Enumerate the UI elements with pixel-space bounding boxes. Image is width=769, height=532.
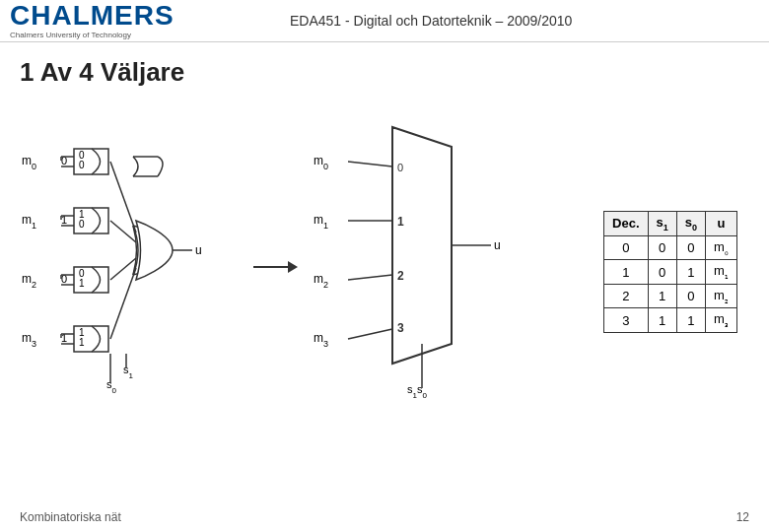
right-diagram: m0 0 m1 1 m2 2 m3 3 u s1s0 — [309, 107, 585, 427]
table-cell: 1 — [648, 284, 676, 308]
svg-text:2: 2 — [397, 269, 404, 283]
svg-text:1: 1 — [79, 278, 85, 289]
diagram-area: m0 0 m1 1 m2 0 m3 1 — [20, 107, 749, 427]
table-row: 210m₂ — [604, 284, 737, 308]
table-cell: 0 — [676, 235, 705, 260]
svg-text:0: 0 — [79, 160, 85, 170]
table-cell: m₃ — [706, 308, 737, 333]
svg-text:0: 0 — [79, 219, 85, 230]
main-content: 1 Av 4 Väljare m0 0 m1 1 m2 0 m3 1 — [0, 42, 769, 441]
table-cell: 0 — [604, 235, 648, 260]
svg-text:u: u — [195, 243, 202, 257]
table-cell: 1 — [604, 260, 648, 285]
svg-text:m1: m1 — [314, 213, 328, 231]
svg-text:0: 0 — [397, 162, 403, 173]
svg-text:s1: s1 — [123, 364, 134, 380]
svg-text:m0: m0 — [314, 154, 328, 171]
table-cell: m₂ — [706, 284, 737, 308]
col-dec: Dec. — [604, 212, 648, 236]
svg-text:1: 1 — [79, 337, 85, 348]
svg-text:1: 1 — [397, 215, 404, 229]
table-cell: 0 — [648, 235, 676, 260]
truth-table-container: Dec. s1 s0 u 000m₀101m₁210m₂311m₃ — [592, 201, 749, 333]
left-diagram: m0 0 m1 1 m2 0 m3 1 — [20, 107, 237, 427]
svg-line-26 — [110, 162, 136, 233]
table-cell: 1 — [648, 308, 676, 333]
col-u: u — [706, 212, 737, 236]
svg-line-48 — [348, 162, 392, 166]
svg-text:3: 3 — [397, 321, 404, 335]
footer: Kombinatoriska nät 12 — [20, 510, 749, 524]
svg-text:m0: m0 — [22, 154, 36, 171]
logo-text: CHALMERS — [10, 2, 280, 30]
table-cell: 1 — [676, 308, 705, 333]
svg-text:m2: m2 — [22, 272, 36, 290]
logo-sub: Chalmers University of Technology — [10, 32, 280, 39]
table-row: 101m₁ — [604, 260, 737, 285]
truth-table: Dec. s1 s0 u 000m₀101m₁210m₂311m₃ — [603, 211, 737, 333]
svg-text:m2: m2 — [314, 272, 328, 290]
table-cell: 3 — [604, 308, 648, 333]
svg-line-57 — [348, 329, 392, 339]
logo-area: CHALMERS Chalmers University of Technolo… — [10, 2, 280, 39]
svg-text:m3: m3 — [22, 331, 36, 349]
table-cell: 0 — [648, 260, 676, 285]
footer-left: Kombinatoriska nät — [20, 510, 121, 524]
page-heading: 1 Av 4 Väljare — [20, 57, 749, 88]
footer-right: 12 — [736, 510, 749, 524]
svg-line-54 — [348, 275, 392, 280]
header: CHALMERS Chalmers University of Technolo… — [0, 0, 769, 42]
table-cell: 2 — [604, 284, 648, 308]
table-cell: 1 — [676, 260, 705, 285]
svg-text:s1s0: s1s0 — [407, 383, 427, 400]
svg-text:m3: m3 — [314, 331, 328, 349]
svg-text:m1: m1 — [22, 213, 36, 231]
header-title: EDA451 - Digital och Datorteknik – 2009/… — [290, 13, 572, 29]
col-s0: s0 — [676, 212, 705, 236]
table-cell: 0 — [676, 284, 705, 308]
svg-line-29 — [110, 268, 136, 339]
svg-text:u: u — [494, 238, 501, 252]
svg-marker-45 — [288, 261, 298, 273]
svg-text:s0: s0 — [106, 378, 117, 395]
table-cell: m₀ — [706, 235, 737, 260]
arrow-symbol — [244, 247, 303, 287]
table-row: 000m₀ — [604, 235, 737, 260]
col-s1: s1 — [648, 212, 676, 236]
table-cell: m₁ — [706, 260, 737, 285]
table-row: 311m₃ — [604, 308, 737, 333]
